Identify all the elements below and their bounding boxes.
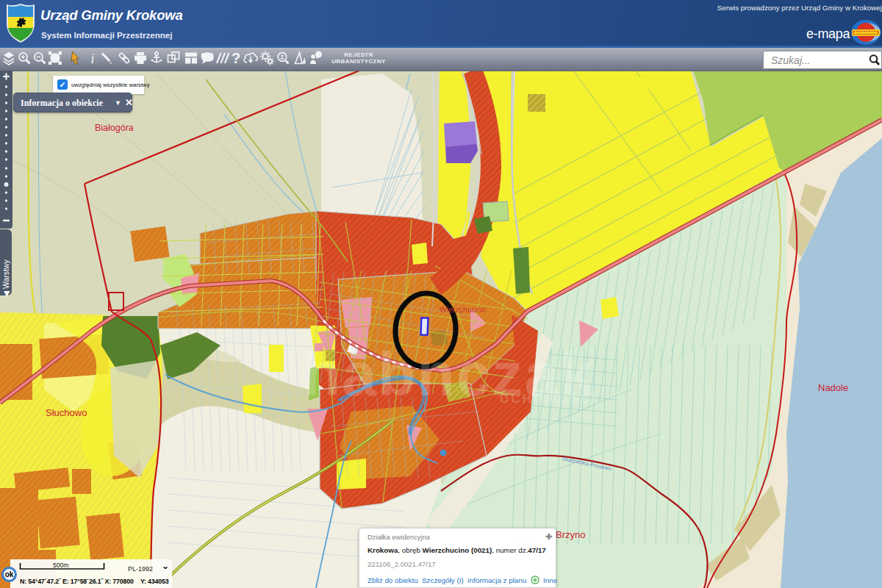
svg-text:Nadole: Nadole (818, 382, 848, 393)
svg-text:Białogóra: Białogóra (95, 123, 134, 133)
svg-text:Wierzchucino: Wierzchucino (440, 305, 486, 314)
svg-text:Brzyno: Brzyno (556, 529, 585, 540)
svg-text:?: ? (232, 50, 240, 66)
svg-text:UCHOMOŚCI: UCHOMOŚCI (500, 392, 598, 406)
svg-text:Słuchowo: Słuchowo (46, 407, 87, 418)
svg-text:i: i (90, 51, 94, 66)
